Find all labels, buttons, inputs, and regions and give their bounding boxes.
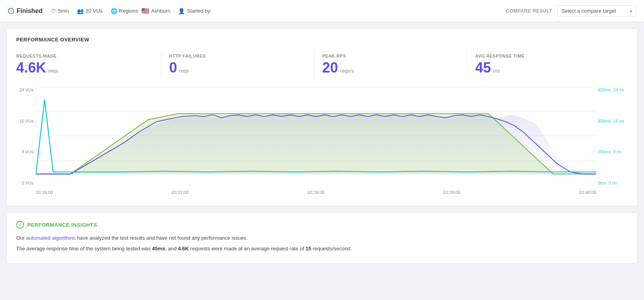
metric-requests-unit: reqs xyxy=(48,68,58,74)
metric-rps-num: 20 xyxy=(322,61,338,75)
x-label-5: 03:40:00 xyxy=(579,190,596,195)
y-right-0: 0ms 0 r/s xyxy=(596,181,628,185)
main-content: PERFORMANCE OVERVIEW REQUESTS MADE 4.6K … xyxy=(0,22,644,270)
compare-result-label: COMPARE RESULT xyxy=(506,8,552,14)
duration-meta: ⏱ 5min xyxy=(51,8,69,14)
person-icon: 👤 xyxy=(178,8,185,14)
metric-rps-unit: reqs/s xyxy=(340,68,354,74)
metric-requests-value: 4.6K reqs xyxy=(16,61,153,75)
metric-failures-num: 0 xyxy=(169,61,177,75)
status-badge: Finished xyxy=(8,7,43,15)
metrics-row: REQUESTS MADE 4.6K reqs HTTP FAILURES 0 … xyxy=(16,50,628,78)
vus-value: 20 VUs xyxy=(86,8,103,14)
y-right-600: 600ms 24 r/s xyxy=(596,88,628,92)
status-label: Finished xyxy=(17,7,43,15)
y-left-24: 24 VUs xyxy=(16,88,36,92)
insights-title-label: PERFORMANCE INSIGHTS xyxy=(27,222,97,228)
started-by-meta: 👤 Started by: xyxy=(178,8,212,14)
performance-overview-title: PERFORMANCE OVERVIEW xyxy=(16,37,628,43)
compare-target-select[interactable]: Select a compare target xyxy=(557,5,636,17)
metric-failures-unit: reqs xyxy=(179,68,189,74)
clock-icon: ⏱ xyxy=(51,8,56,14)
y-axis-right: 600ms 24 r/s 400ms 16 r/s 200ms 8 r/s 0m… xyxy=(596,88,628,186)
topbar-right: COMPARE RESULT Select a compare target xyxy=(506,5,636,17)
metric-failures-label: HTTP FAILURES xyxy=(169,54,306,58)
chart-svg xyxy=(36,88,596,186)
chart-container: 24 VUs 16 VUs 8 VUs 0 VUs 600ms 24 r/s 4… xyxy=(16,88,628,198)
topbar: Finished ⏱ 5min 👥 20 VUs 🌐 Regions: 🇺🇸 A… xyxy=(0,0,644,22)
avg-time-bold: 45ms xyxy=(152,246,165,252)
metric-response-label: AVG RESPONSE TIME xyxy=(475,54,612,58)
metric-rps-value: 20 reqs/s xyxy=(322,61,459,75)
region-flag: 🇺🇸 xyxy=(141,7,149,15)
topbar-left: Finished ⏱ 5min 👥 20 VUs 🌐 Regions: 🇺🇸 A… xyxy=(8,7,498,15)
insights-title: ✓ PERFORMANCE INSIGHTS xyxy=(16,221,628,229)
metric-requests-made: REQUESTS MADE 4.6K reqs xyxy=(16,50,161,78)
metric-requests-label: REQUESTS MADE xyxy=(16,54,153,58)
insights-line2: The average response time of the system … xyxy=(16,245,628,253)
status-dot-icon xyxy=(8,8,14,14)
duration-value: 5min xyxy=(58,8,69,14)
region-name: Ashburn xyxy=(151,8,170,14)
metric-peak-rps: PEAK RPS 20 reqs/s xyxy=(322,50,468,78)
compare-select-wrapper[interactable]: Select a compare target xyxy=(557,5,636,17)
regions-label: Regions: xyxy=(119,8,139,14)
regions-meta: 🌐 Regions: 🇺🇸 Ashburn xyxy=(111,7,171,15)
automated-algorithms-link[interactable]: automated algorithms xyxy=(26,235,75,241)
x-label-1: 03:36:00 xyxy=(36,190,53,195)
metric-failures-value: 0 reqs xyxy=(169,61,306,75)
performance-overview-card: PERFORMANCE OVERVIEW REQUESTS MADE 4.6K … xyxy=(6,28,638,206)
y-left-0: 0 VUs xyxy=(16,181,36,185)
y-left-16: 16 VUs xyxy=(16,119,36,123)
performance-insights-card: ✓ PERFORMANCE INSIGHTS Our automated alg… xyxy=(6,212,638,264)
insights-line1: Our automated algorithms have analyzed t… xyxy=(16,234,628,242)
globe-icon: 🌐 xyxy=(111,8,117,14)
metric-response-value: 45 ms xyxy=(475,61,612,75)
metric-http-failures: HTTP FAILURES 0 reqs xyxy=(169,50,315,78)
vus-meta: 👥 20 VUs xyxy=(77,8,103,14)
y-left-8: 8 VUs xyxy=(16,149,36,154)
y-axis-left: 24 VUs 16 VUs 8 VUs 0 VUs xyxy=(16,88,36,186)
x-label-2: 03:37:00 xyxy=(172,190,189,195)
metric-response-unit: ms xyxy=(493,68,500,74)
insights-check-icon: ✓ xyxy=(16,221,24,229)
chart-inner xyxy=(36,88,596,186)
x-axis: 03:36:00 03:37:00 03:38:00 03:39:00 03:4… xyxy=(36,187,596,198)
metric-requests-num: 4.6K xyxy=(16,61,46,75)
y-right-400: 400ms 16 r/s xyxy=(596,119,628,123)
metric-response-num: 45 xyxy=(475,61,491,75)
total-requests-bold: 4.6K xyxy=(178,246,189,252)
metric-rps-label: PEAK RPS xyxy=(322,54,459,58)
started-by-label: Started by: xyxy=(187,8,212,14)
avg-rate-bold: 15 xyxy=(306,246,311,252)
x-label-3: 03:38:00 xyxy=(308,190,325,195)
x-label-4: 03:39:00 xyxy=(443,190,460,195)
metric-avg-response: AVG RESPONSE TIME 45 ms xyxy=(475,50,620,78)
users-icon: 👥 xyxy=(77,8,84,14)
y-right-200: 200ms 8 r/s xyxy=(596,149,628,154)
